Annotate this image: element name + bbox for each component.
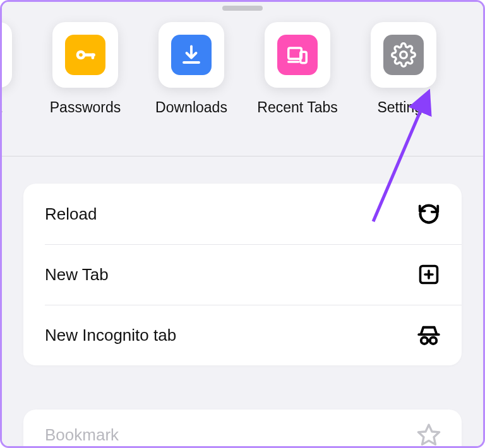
menu-label: New Incognito tab <box>45 326 176 345</box>
shortcut-card <box>159 22 224 88</box>
shortcut-settings[interactable]: Settings <box>371 22 436 116</box>
menu-label: New Tab <box>45 265 109 285</box>
shortcut-card <box>0 22 12 88</box>
devices-icon <box>277 35 318 75</box>
shortcut-card <box>371 22 436 88</box>
svg-rect-12 <box>301 52 307 62</box>
star-icon <box>415 421 443 448</box>
shortcut-label: Downloads <box>155 99 227 116</box>
reload-icon <box>415 200 443 228</box>
shortcut-card <box>52 22 118 88</box>
shortcut-row[interactable]: ing List Passwords <box>0 22 436 116</box>
incognito-icon <box>415 321 443 349</box>
shortcut-label: Settings <box>377 99 429 116</box>
section-divider <box>2 156 483 156</box>
svg-point-5 <box>79 53 83 57</box>
menu-label: Reload <box>45 204 97 224</box>
key-icon <box>65 35 105 75</box>
shortcut-downloads[interactable]: Downloads <box>159 22 224 116</box>
shortcut-label: Recent Tabs <box>257 99 337 116</box>
shortcut-reading-list[interactable]: ing List <box>0 22 12 116</box>
shortcut-label: ing List <box>0 99 2 116</box>
menu-label: Bookmark <box>45 425 119 445</box>
menu-card-primary: Reload New Tab <box>23 184 462 365</box>
shortcut-label: Passwords <box>50 99 121 116</box>
svg-rect-7 <box>92 54 95 59</box>
sheet-grabber[interactable] <box>222 6 263 11</box>
menu-item-bookmark: Bookmark <box>23 410 462 448</box>
menu-item-reload[interactable]: Reload <box>23 184 462 244</box>
shortcut-recent-tabs[interactable]: Recent Tabs <box>265 22 330 116</box>
shortcut-passwords[interactable]: Passwords <box>52 22 118 116</box>
menu-sheet: ing List Passwords <box>2 2 483 446</box>
plus-square-icon <box>415 261 443 288</box>
menu-item-new-incognito-tab[interactable]: New Incognito tab <box>23 305 462 365</box>
svg-point-13 <box>400 52 407 59</box>
download-icon <box>171 35 212 75</box>
svg-marker-21 <box>418 425 439 444</box>
gear-icon <box>383 35 424 75</box>
menu-item-new-tab[interactable]: New Tab <box>23 244 462 305</box>
menu-card-secondary: Bookmark <box>23 410 462 448</box>
shortcut-card <box>265 22 330 88</box>
screenshot-frame: ing List Passwords <box>0 0 485 448</box>
